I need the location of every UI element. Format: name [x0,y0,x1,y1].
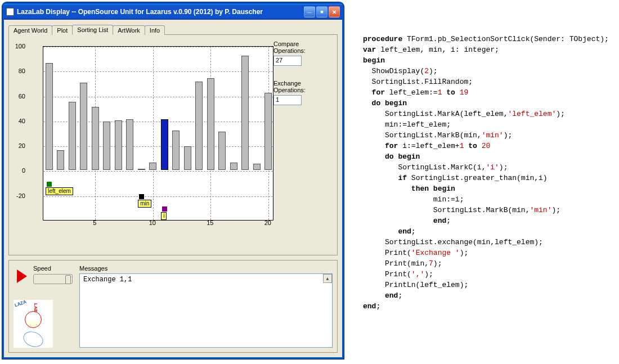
bar [241,56,249,170]
bar [264,93,272,170]
tab-info[interactable]: Info [145,25,165,35]
bar [115,120,122,170]
tab-strip: Agent WorldPlotSorting ListArtWorkInfo [8,24,338,34]
bar [126,119,133,170]
bar [57,150,64,170]
bar [103,122,110,170]
messages-box: Exchange 1,1 ▲ [79,273,333,348]
bar [195,82,203,170]
chart: left_elemmini -200204060801005101520 [15,41,259,237]
tab-agent-world[interactable]: Agent World [8,25,52,35]
bar [161,119,168,170]
source-code: procedure TForm1.pb_SelectionSortClick(S… [346,0,619,364]
bottom-panel: Speed Messages Exchange 1,1 ▲ LAZALAB [8,260,338,353]
close-button[interactable] [329,6,340,17]
bar [184,146,191,170]
app-icon [6,8,14,16]
scroll-up-icon[interactable]: ▲ [323,274,332,283]
client-area: Agent WorldPlotSorting ListArtWorkInfo l… [4,20,342,357]
maximize-button[interactable] [316,6,328,17]
exchange-value: 1 [273,95,302,105]
titlebar[interactable]: LazaLab Display -- OpenSource Unit for L… [4,4,342,20]
exchange-label: Exchange Operations: [273,80,331,93]
marker-dot [139,194,144,199]
marker-dot [162,206,167,212]
play-button[interactable] [17,269,27,283]
bar [172,131,180,170]
bar [92,107,99,170]
compare-value: 27 [273,56,302,66]
x-tick: 20 [264,219,271,226]
marker-dot [47,182,52,187]
app-window: LazaLab Display -- OpenSource Unit for L… [2,2,344,359]
speed-label: Speed [33,265,73,272]
tab-sorting-list[interactable]: Sorting List [72,25,113,35]
messages-label: Messages [79,265,333,272]
y-tick: 60 [10,93,25,100]
x-tick: 5 [93,219,96,226]
minimize-button[interactable] [304,6,315,17]
messages-text: Exchange 1,1 [83,276,132,284]
y-tick: 20 [10,142,25,149]
marker-tag: min [138,200,151,208]
marker-tag: left_elem [46,187,73,195]
compare-label: Compare Operations: [273,41,331,54]
x-tick: 10 [149,219,156,226]
bar [253,164,261,170]
bar [218,132,226,170]
tab-plot[interactable]: Plot [52,25,73,35]
plot-area: left_elemmini [43,46,273,221]
y-tick: 80 [10,68,25,74]
bar [138,169,145,170]
logo: LAZALAB [14,300,53,348]
bar [80,83,87,170]
y-tick: 40 [10,118,25,124]
bar [230,163,237,170]
window-title: LazaLab Display -- OpenSource Unit for L… [17,8,304,16]
bar [69,102,76,170]
y-tick: 0 [10,167,25,174]
tab-panel-sorting: left_elemmini -200204060801005101520 Com… [8,34,338,255]
y-tick: 100 [10,43,25,50]
y-tick: -20 [10,192,25,199]
bar [207,78,214,170]
bar [149,163,156,170]
tab-artwork[interactable]: ArtWork [113,25,145,35]
bar [46,63,53,170]
marker-tag: i [161,212,167,220]
x-tick: 15 [207,219,213,226]
speed-slider[interactable] [33,274,73,284]
